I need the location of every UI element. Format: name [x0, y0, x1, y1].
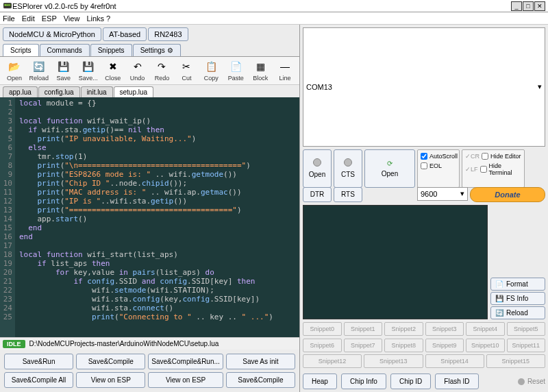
right-panel: COM13▾ Open CTS ⟳Open AutoScroll EOL ✓CR… — [300, 25, 548, 392]
side-fs-info[interactable]: 💾FS Info — [490, 292, 545, 305]
open-button[interactable]: Open — [303, 149, 332, 188]
snippet-13[interactable]: Snippet13 — [364, 354, 423, 368]
window-title: ESPlorer v0.2.0-rc5 by 4refr0nt — [12, 2, 510, 10]
side-format[interactable]: 📄Format — [490, 278, 545, 291]
cts-led-icon — [344, 158, 352, 167]
view-options: ✓CRHide Editor ✓LFHide Terminal — [462, 149, 525, 188]
menu-edit[interactable]: Edit — [22, 14, 35, 23]
tool-undo[interactable]: ↶Undo — [126, 60, 149, 82]
btn-view on esp[interactable]: View on ESP — [148, 372, 223, 388]
donate-button[interactable]: Donate — [470, 187, 545, 202]
tab-nodemcu[interactable]: NodeMCU & MicroPython — [3, 27, 101, 41]
tool-block[interactable]: ▦Block — [249, 60, 272, 82]
file-tab-app.lua[interactable]: app.lua — [3, 86, 38, 97]
snippet-0[interactable]: Snippet0 — [303, 322, 342, 336]
tool-line[interactable]: —Line — [273, 60, 297, 82]
maximize-button[interactable]: □ — [523, 1, 534, 11]
foot-heap[interactable]: Heap — [303, 373, 337, 389]
status-bar: IDLE D:\NodeMCUProjects-master\ArduinoWi… — [0, 337, 299, 350]
snippet-1[interactable]: Snippet1 — [344, 322, 383, 336]
tool-paste[interactable]: 📄Paste — [224, 60, 247, 82]
file-tabs: app.luaconfig.luainit.luasetup.lua — [0, 85, 299, 97]
snippet-14[interactable]: Snippet14 — [425, 354, 484, 368]
tool-open[interactable]: 📂Open — [3, 60, 26, 82]
dtr-button[interactable]: DTR — [303, 187, 332, 202]
tool-redo[interactable]: ↷Redo — [151, 60, 174, 82]
hide-editor-check[interactable]: ✓CRHide Editor — [465, 153, 521, 160]
idle-badge: IDLE — [3, 340, 25, 348]
line-gutter: 1234567891011121314151617181920212223242… — [0, 97, 15, 337]
snippet-5[interactable]: Snippet5 — [507, 322, 546, 336]
minimize-button[interactable]: _ — [511, 1, 522, 11]
status-path: D:\NodeMCUProjects-master\ArduinoWithNod… — [29, 340, 219, 347]
open-connection-button[interactable]: ⟳Open — [364, 149, 415, 188]
btn-view on esp[interactable]: View on ESP — [76, 372, 145, 388]
tab-rn2483[interactable]: RN2483 — [148, 27, 188, 41]
snippet-row-2: Snippet6Snippet7Snippet8Snippet9Snippet1… — [303, 339, 545, 352]
port-select[interactable]: COM13▾ — [303, 27, 545, 147]
tool-save...[interactable]: 💾Save... — [77, 60, 100, 82]
tool-cut[interactable]: ✂Cut — [175, 60, 198, 82]
snippet-6[interactable]: Snippet6 — [303, 339, 342, 352]
btn-saverun[interactable]: Save&Run — [4, 354, 73, 369]
snippet-11[interactable]: Snippet11 — [507, 339, 546, 352]
snippet-8[interactable]: Snippet8 — [384, 339, 423, 352]
footer-buttons: HeapChip InfoChip IDFlash IDReset — [303, 373, 545, 389]
btn-savecompile[interactable]: Save&Compile — [76, 354, 145, 369]
tab-at[interactable]: AT-based — [103, 27, 147, 41]
toolbar: 📂Open🔄Reload💾Save💾Save...✖Close↶Undo↷Red… — [0, 57, 299, 85]
menu-links[interactable]: Links ? — [86, 14, 110, 23]
app-icon: 📟 — [3, 1, 12, 10]
terminal[interactable] — [303, 205, 488, 320]
bottom-buttons: Save&RunSave&CompileSave&Compile&Run...S… — [0, 350, 299, 392]
snippet-2[interactable]: Snippet2 — [384, 322, 423, 336]
side-buttons: 📄Format💾FS Info🔄Reload — [490, 278, 545, 319]
file-tab-setup.lua[interactable]: setup.lua — [114, 86, 154, 97]
foot-chip-info[interactable]: Chip Info — [341, 373, 386, 389]
subtab-snippets[interactable]: Snippets — [90, 44, 132, 56]
btn-save as init[interactable]: Save As init — [226, 354, 295, 369]
subtab-scripts[interactable]: Scripts — [3, 44, 39, 56]
snippet-12[interactable]: Snippet12 — [303, 354, 362, 368]
left-panel: NodeMCU & MicroPython AT-based RN2483 Sc… — [0, 25, 300, 392]
file-tab-config.lua[interactable]: config.lua — [38, 86, 80, 97]
side-reload[interactable]: 🔄Reload — [490, 306, 545, 319]
close-button[interactable]: ✕ — [534, 1, 545, 11]
baud-select[interactable]: 9600▾ — [417, 187, 468, 201]
snippet-7[interactable]: Snippet7 — [344, 339, 383, 352]
open-led-icon — [313, 158, 321, 167]
cts-button[interactable]: CTS — [334, 149, 362, 188]
btn-savecompile[interactable]: Save&Compile — [226, 372, 295, 388]
autoscroll-check[interactable]: AutoScroll — [421, 153, 456, 160]
menu-file[interactable]: File — [3, 14, 15, 23]
snippet-row-1: Snippet0Snippet1Snippet2Snippet3Snippet4… — [303, 322, 545, 336]
snippet-15[interactable]: Snippet15 — [486, 354, 545, 368]
reset-button[interactable]: Reset — [518, 378, 545, 385]
menu-view[interactable]: View — [64, 14, 80, 23]
rts-button[interactable]: RTS — [334, 187, 362, 202]
tool-save[interactable]: 💾Save — [52, 60, 75, 82]
code-editor[interactable]: 1234567891011121314151617181920212223242… — [0, 97, 299, 337]
subtab-commands[interactable]: Commands — [40, 44, 90, 56]
snippet-4[interactable]: Snippet4 — [466, 322, 505, 336]
foot-chip-id[interactable]: Chip ID — [390, 373, 431, 389]
snippet-9[interactable]: Snippet9 — [425, 339, 464, 352]
code-area[interactable]: local module = {}local function wifi_wai… — [15, 97, 299, 337]
tool-copy[interactable]: 📋Copy — [199, 60, 223, 82]
refresh-icon: ⟳ — [387, 160, 393, 167]
btn-savecompilerun[interactable]: Save&Compile&Run... — [148, 354, 223, 369]
chevron-down-icon: ▾ — [538, 82, 542, 91]
menu-esp[interactable]: ESP — [42, 14, 57, 23]
snippet-3[interactable]: Snippet3 — [425, 322, 464, 336]
foot-flash-id[interactable]: Flash ID — [435, 373, 478, 389]
hide-terminal-check[interactable]: ✓LFHide Terminal — [465, 162, 521, 176]
file-tab-init.lua[interactable]: init.lua — [81, 86, 113, 97]
snippet-10[interactable]: Snippet10 — [466, 339, 505, 352]
tool-close[interactable]: ✖Close — [101, 60, 125, 82]
btn-savecompile all[interactable]: Save&Compile All — [4, 372, 73, 388]
tool-reload[interactable]: 🔄Reload — [27, 60, 51, 82]
snippet-row-3: Snippet12Snippet13Snippet14Snippet15 — [303, 354, 545, 368]
eol-check[interactable]: EOL — [421, 162, 456, 169]
subtab-settings[interactable]: Settings ⚙ — [133, 44, 181, 56]
titlebar: 📟 ESPlorer v0.2.0-rc5 by 4refr0nt _ □ ✕ — [0, 0, 548, 12]
